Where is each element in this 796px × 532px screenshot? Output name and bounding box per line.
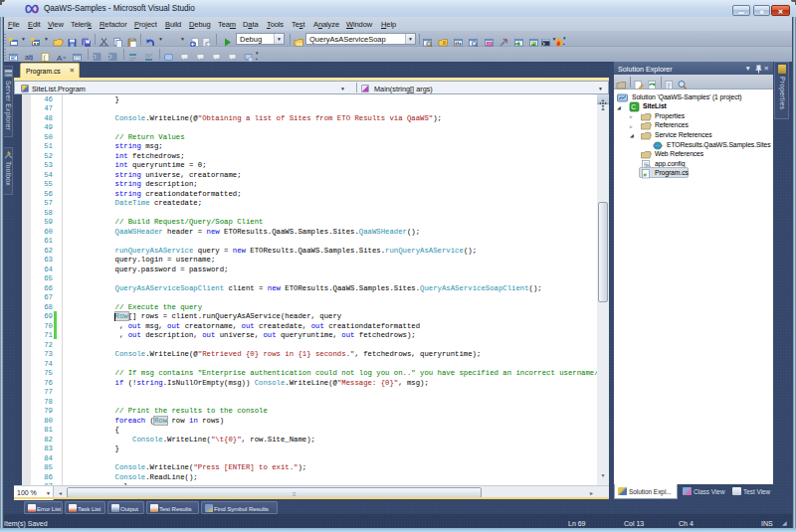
svg-text:C: C (631, 103, 636, 110)
